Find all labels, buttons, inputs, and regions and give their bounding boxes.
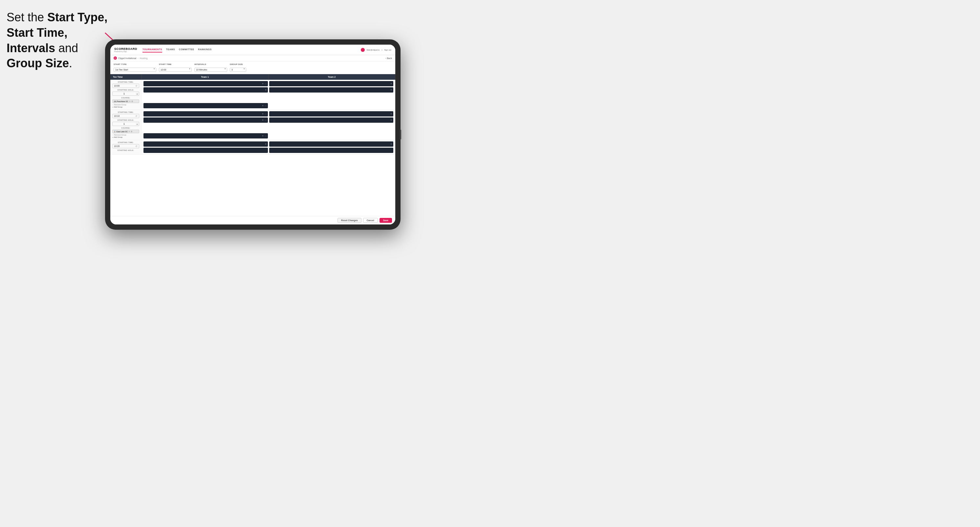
slot-dots-icon[interactable]: ⋯ [265, 119, 267, 121]
group3-right-panel: ✕ ✕ [142, 140, 395, 154]
breadcrumb-bar: C Clippd Invitational › Hosting ‹ Back [110, 55, 395, 61]
start-type-wrapper: 1st Tee Start Shotgun Start [114, 66, 156, 72]
group3-team2: ✕ [269, 141, 394, 153]
tee-table: Tee Time Team 1 Team 2 [110, 74, 395, 80]
course-settings-2[interactable]: ⚙ [130, 130, 132, 133]
slot-dots-icon[interactable]: ⋯ [265, 135, 267, 137]
tournament-breadcrumb[interactable]: Clippd Invitational [118, 57, 136, 59]
nav-right: blair@clippd.io | Sign out [361, 48, 391, 52]
group3-team1: ✕ [143, 141, 268, 153]
controls-row: Start Type 1st Tee Start Shotgun Start S… [110, 61, 395, 74]
player-slot: ✕ [269, 111, 394, 116]
group-size-group: Group Size 3 2 4 [230, 63, 246, 72]
slot-x-icon[interactable]: ✕ [262, 105, 264, 106]
course-remove-1[interactable]: ✕ [129, 100, 130, 102]
starting-hole-label-1: STARTING HOLE: [112, 89, 139, 91]
group-size-label: Group Size [230, 63, 246, 65]
back-link[interactable]: ‹ Back [385, 57, 392, 59]
starting-hole-spinner-1: 1 ▴ [112, 92, 139, 96]
reset-changes-button[interactable]: Reset Changes [337, 218, 361, 223]
group2-team1: ✕ ⋯ ✕ ⋯ [143, 111, 268, 132]
slot-x-icon[interactable]: ✕ [390, 143, 392, 145]
group1-team1: ✕ ⋯ ✕ [143, 81, 268, 102]
start-time-group: Start Time 10:00 10:10 10:20 [159, 63, 192, 72]
intervals-group: Intervals 10 Minutes 8 Minutes 12 Minute… [194, 63, 227, 72]
group2-solo-row: ✕ ⋯ [143, 133, 393, 138]
nav-links: TOURNAMENTS TEAMS COMMITTEE RANKINGS [143, 47, 361, 52]
instruction-line4: Group Size [6, 56, 69, 70]
slot-dots-icon[interactable]: ⋯ [265, 83, 267, 85]
slot-dots-icon[interactable]: ⋯ [265, 113, 267, 115]
main-content: STARTING TIME: 10:00 ⏱ STARTING HOLE: 1 … [110, 80, 395, 216]
nav-committee[interactable]: COMMITTEE [179, 47, 194, 52]
starting-hole-spinner-2: 1 ▴ [112, 122, 139, 126]
user-avatar [361, 48, 365, 52]
clipp-icon: C [114, 56, 117, 60]
instruction-suffix3: and [55, 41, 78, 55]
group2-team2: ✕ ✕ [269, 111, 394, 132]
intervals-label: Intervals [194, 63, 227, 65]
slot-x-icon[interactable]: ✕ [262, 113, 264, 115]
navbar: SCOREBOARD Powered by clipp TOURNAMENTS … [110, 44, 395, 55]
slot-x-icon[interactable]: ✕ [390, 113, 392, 115]
player-slot: ✕ [143, 141, 268, 147]
logo-sub: Powered by clipp [114, 51, 137, 52]
slot-x-icon[interactable]: ✕ [390, 83, 392, 85]
footer-bar: Reset Changes Cancel Save [110, 216, 395, 224]
intervals-select[interactable]: 10 Minutes 8 Minutes 12 Minutes [194, 68, 227, 72]
slot-x-icon[interactable]: ✕ [265, 89, 267, 91]
instruction-line3: Intervals [6, 41, 55, 55]
starting-time-val-2: 10:10 [114, 115, 120, 117]
cancel-button[interactable]: Cancel [363, 218, 378, 223]
start-type-select[interactable]: 1st Tee Start Shotgun Start [114, 68, 156, 72]
hole-up-btn-1[interactable]: ▴ [135, 92, 139, 95]
course-settings-1[interactable]: ⚙ [131, 100, 133, 102]
logo-text: SCOREBOARD [114, 47, 137, 51]
remove-group-btn-1[interactable]: ○ Remove Group [112, 104, 139, 106]
course-remove-2[interactable]: ✕ [128, 130, 130, 133]
starting-time-input-2[interactable]: 10:10 ⏱ [112, 114, 139, 118]
nav-teams[interactable]: TEAMS [166, 47, 175, 52]
hole-up-btn-2[interactable]: ▴ [135, 122, 139, 126]
start-time-select[interactable]: 10:00 10:10 10:20 [159, 68, 192, 72]
group-size-select[interactable]: 3 2 4 [230, 68, 246, 72]
group2-teams: ✕ ⋯ ✕ ⋯ ✕ [143, 111, 393, 132]
player-slot: ✕ ⋯ [143, 133, 268, 138]
add-group-btn-1[interactable]: + Add Group [112, 106, 139, 108]
logo-area: SCOREBOARD Powered by clipp [114, 47, 137, 52]
starting-time-input-3[interactable]: 10:20 ⏱ [112, 144, 139, 148]
start-time-label: Start Time [159, 63, 192, 65]
player-slot: ✕ [269, 117, 394, 123]
group-size-wrapper: 3 2 4 [230, 66, 246, 72]
instruction-line2: Start Time, [6, 26, 67, 40]
breadcrumb-separator: › [138, 57, 138, 59]
slot-x-icon[interactable]: ✕ [262, 83, 264, 85]
slot-x-icon[interactable]: ✕ [390, 119, 392, 121]
sign-out-link[interactable]: Sign out [384, 49, 391, 51]
starting-hole-label-3: STARTING HOLE: [112, 149, 139, 151]
slot-x-icon[interactable]: ✕ [262, 119, 264, 121]
player-slot: ✕ [269, 87, 394, 92]
slot-dots-icon[interactable]: ⋯ [265, 105, 267, 106]
nav-rankings[interactable]: RANKINGS [198, 47, 212, 52]
player-slot: ✕ [143, 87, 268, 92]
slot-x-icon[interactable]: ✕ [390, 89, 392, 91]
player-slot: ✕ ⋯ [143, 81, 268, 86]
instruction-text: Set the Start Type, Start Time, Interval… [6, 10, 108, 71]
instruction-prefix: Set the [6, 11, 47, 24]
group1-left-panel: STARTING TIME: 10:00 ⏱ STARTING HOLE: 1 … [110, 80, 142, 110]
starting-time-label-2: STARTING TIME: [112, 111, 139, 113]
slot-x-icon[interactable]: ✕ [265, 143, 267, 145]
tablet-side-button [400, 130, 401, 140]
intervals-wrapper: 10 Minutes 8 Minutes 12 Minutes [194, 66, 227, 72]
slot-x-icon[interactable]: ✕ [262, 135, 264, 137]
save-button[interactable]: Save [380, 218, 392, 223]
remove-group-btn-2[interactable]: ○ Remove Group [112, 134, 139, 136]
add-group-btn-2[interactable]: + Add Group [112, 136, 139, 138]
nav-separator: | [382, 49, 382, 51]
nav-tournaments[interactable]: TOURNAMENTS [143, 47, 162, 52]
starting-hole-label-2: STARTING HOLE: [112, 119, 139, 121]
starting-time-input-1[interactable]: 10:00 ⏱ [112, 84, 139, 88]
starting-time-val-1: 10:00 [114, 85, 120, 87]
group-row: STARTING TIME: 10:20 ⏱ STARTING HOLE: ✕ [110, 140, 395, 154]
